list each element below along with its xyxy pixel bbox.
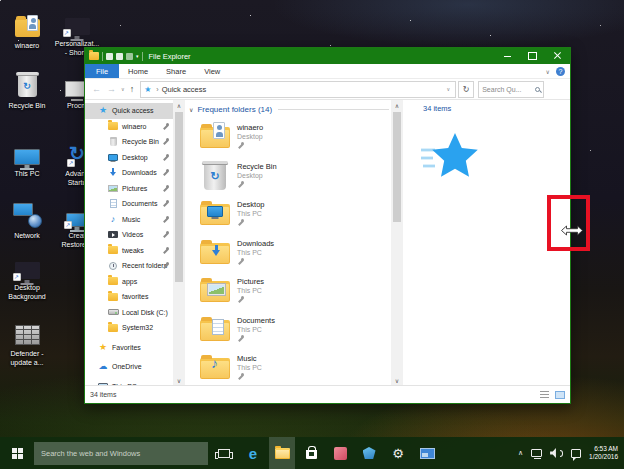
settings-button[interactable]: ⚙ (385, 437, 411, 469)
frequent-folder-winaero[interactable]: winaeroDesktop (199, 122, 389, 155)
favorites-star-icon: ★ (97, 342, 109, 352)
scroll-down-icon[interactable]: ∨ (391, 375, 403, 385)
tab-share[interactable]: Share (157, 64, 195, 78)
content-scrollbar[interactable]: ∧ ∨ (391, 100, 403, 385)
tab-home[interactable]: Home (119, 64, 157, 78)
recycle-bin-icon (110, 137, 117, 146)
task-view-button[interactable] (211, 437, 237, 469)
this-pc-monitor-icon (14, 138, 40, 165)
recycle-bin-icon: ↻ (18, 70, 37, 97)
window-title: File Explorer (149, 52, 191, 61)
display-app-button[interactable] (414, 437, 440, 469)
address-bar[interactable]: ★ › Quick access ∨ (140, 81, 456, 98)
action-center-icon[interactable] (571, 449, 581, 458)
nav-item-apps[interactable]: apps (85, 274, 173, 290)
shortcut-arrow-icon: ↗ (63, 29, 71, 37)
file-explorer-button[interactable] (269, 437, 295, 469)
videos-icon (108, 231, 118, 238)
qat-new-folder-icon[interactable] (116, 53, 123, 60)
folder-monitor-icon (199, 199, 231, 232)
pinned-app-gem-button[interactable] (356, 437, 382, 469)
tray-expand-icon[interactable]: ∧ (518, 449, 523, 457)
start-button[interactable] (0, 437, 34, 469)
shortcut-arrow-icon: ↗ (13, 273, 21, 281)
up-icon[interactable]: ↑ (127, 85, 138, 94)
frequent-folder-pictures[interactable]: PicturesThis PC (199, 276, 389, 309)
frequent-folder-desktop[interactable]: DesktopThis PC (199, 199, 389, 232)
nav-item-desktop[interactable]: Desktop (85, 150, 173, 166)
nav-item-winaero[interactable]: winaero (85, 119, 173, 135)
onedrive-cloud-icon: ☁ (97, 362, 109, 372)
scroll-down-icon[interactable]: ∨ (173, 375, 185, 385)
qat-customize-dropdown-icon[interactable]: ▾ (136, 54, 139, 59)
desktop-icon-defender-update[interactable]: Defender -update a... (0, 318, 54, 367)
nav-item-onedrive[interactable]: ☁OneDrive (85, 359, 173, 375)
status-items-count: 34 items (90, 391, 116, 398)
nav-scrollbar[interactable]: ∧ ∨ (173, 100, 185, 385)
expand-ribbon-icon[interactable]: ∨ (546, 68, 550, 75)
tab-view[interactable]: View (195, 64, 229, 78)
nav-item-videos[interactable]: Videos (85, 227, 173, 243)
collapse-group-icon[interactable]: ∨ (189, 106, 193, 113)
frequent-folder-music[interactable]: ♪ MusicThis PC (199, 353, 389, 385)
desktop-icon-this-pc[interactable]: This PC (0, 138, 54, 178)
qat-rename-icon[interactable] (126, 53, 133, 60)
nav-item-favorites-folder[interactable]: favorites (85, 289, 173, 305)
nav-item-tweaks[interactable]: tweaks (85, 243, 173, 259)
pin-icon (162, 216, 169, 223)
nav-item-quick-access[interactable]: ★Quick access (85, 103, 173, 119)
frequent-folder-downloads[interactable]: DownloadsThis PC (199, 238, 389, 271)
frequent-folder-recycle-bin[interactable]: ↻ Recycle BinDesktop (199, 161, 389, 194)
desktop-icon-network[interactable]: Network (0, 200, 54, 240)
nav-item-recycle-bin[interactable]: Recycle Bin (85, 134, 173, 150)
edge-button[interactable]: e (240, 437, 266, 469)
defender-brick-wall-icon (15, 318, 40, 345)
nav-item-favorites[interactable]: ★Favorites (85, 340, 173, 356)
frequent-folder-documents[interactable]: DocumentsThis PC (199, 315, 389, 348)
windows-logo-icon (12, 448, 23, 459)
minimize-button[interactable] (495, 48, 520, 64)
nav-item-recent-folders[interactable]: Recent folders (85, 258, 173, 274)
pin-icon (162, 200, 169, 207)
titlebar[interactable]: ▾ File Explorer (85, 48, 570, 64)
network-globe-icon (13, 200, 41, 227)
nav-item-pictures[interactable]: Pictures (85, 181, 173, 197)
large-icons-view-icon[interactable] (555, 391, 565, 399)
pin-icon (237, 335, 244, 342)
pinned-app-pink-button[interactable] (327, 437, 353, 469)
nav-item-documents[interactable]: Documents (85, 196, 173, 212)
nav-item-system32[interactable]: System32 (85, 320, 173, 336)
details-view-icon[interactable] (540, 391, 549, 398)
refresh-icon[interactable]: ↻ (458, 81, 474, 98)
qat-properties-icon[interactable] (106, 53, 113, 60)
recent-locations-dropdown-icon[interactable]: ∨ (119, 86, 127, 92)
store-button[interactable] (298, 437, 324, 469)
back-icon[interactable]: ← (89, 85, 104, 94)
scrollbar-thumb[interactable] (393, 112, 401, 222)
desktop-icon-recycle-bin[interactable]: ↻ Recycle Bin (0, 70, 54, 110)
help-icon[interactable]: ? (556, 67, 565, 76)
volume-icon[interactable] (550, 448, 563, 458)
nav-item-music[interactable]: ♪Music (85, 212, 173, 228)
group-header[interactable]: ∨ Frequent folders (14) (189, 103, 389, 116)
breadcrumb[interactable]: Quick access (162, 85, 207, 94)
downloads-arrow-icon (109, 168, 117, 177)
taskbar-clock[interactable]: 6:53 AM 1/20/2016 (589, 445, 618, 461)
scroll-up-icon[interactable]: ∧ (391, 100, 403, 110)
tab-file[interactable]: File (85, 64, 119, 78)
forward-icon[interactable]: → (104, 85, 119, 94)
folder-download-icon (199, 238, 231, 271)
address-dropdown-icon[interactable]: ∨ (445, 86, 453, 92)
scrollbar-thumb[interactable] (175, 112, 183, 282)
search-input[interactable]: Search Qu... (478, 81, 544, 98)
advanced-startup-shortcut-icon: ↻↗ (69, 138, 85, 165)
scroll-up-icon[interactable]: ∧ (173, 100, 185, 110)
close-button[interactable] (545, 48, 570, 64)
desktop-icon-desktop-background[interactable]: ↗ DesktopBackground (0, 252, 54, 301)
nav-item-local-disk-c[interactable]: Local Disk (C:) (85, 305, 173, 321)
network-icon[interactable] (531, 449, 542, 457)
desktop-icon-winaero[interactable]: winaero (0, 10, 54, 50)
maximize-button[interactable] (520, 48, 545, 64)
nav-item-downloads[interactable]: Downloads (85, 165, 173, 181)
taskbar-search-input[interactable]: Search the web and Windows (34, 442, 208, 465)
